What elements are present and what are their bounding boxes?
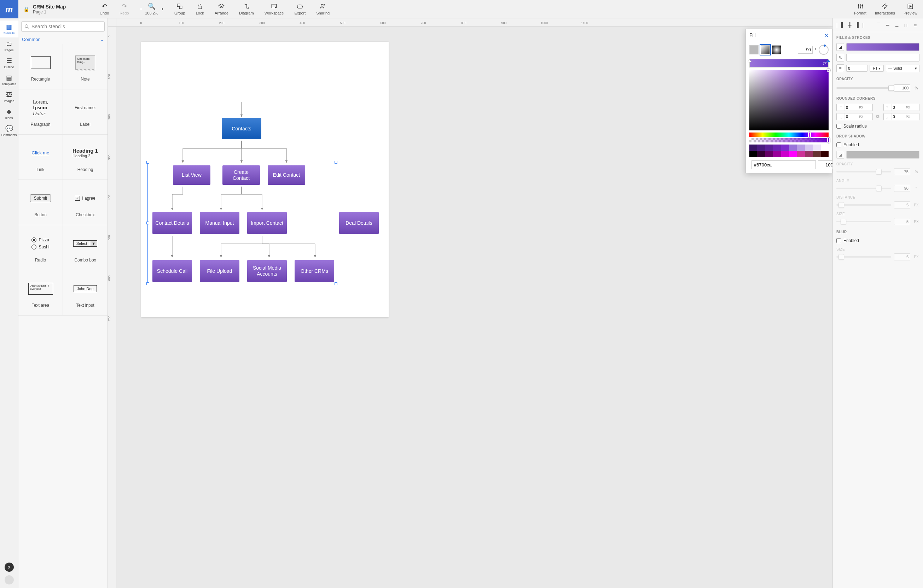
arrange-button[interactable]: Arrange xyxy=(215,3,228,15)
distribute-v-button[interactable]: ≡ xyxy=(911,21,920,29)
align-top-button[interactable]: ⎺ xyxy=(874,21,883,29)
format-button[interactable]: Format xyxy=(854,3,866,15)
palette-swatch[interactable] xyxy=(821,151,829,157)
shadow-size-slider[interactable] xyxy=(836,221,891,222)
corner-tl-input[interactable]: ◜PX xyxy=(836,104,873,111)
stencil-combo[interactable]: Select▼Combo box xyxy=(63,225,107,270)
opacity-value[interactable]: 100 xyxy=(894,84,910,92)
rail-images[interactable]: 🖼Images xyxy=(0,88,18,105)
rail-pages[interactable]: 🗂Pages xyxy=(0,38,18,54)
palette-swatch[interactable] xyxy=(765,144,773,151)
zoom-out-button[interactable]: − xyxy=(140,7,143,11)
hue-slider[interactable] xyxy=(749,133,829,137)
gradient-angle-input[interactable] xyxy=(798,46,813,54)
palette-swatch[interactable] xyxy=(813,151,820,157)
scale-radius-checkbox[interactable] xyxy=(836,124,841,129)
stroke-style-select[interactable]: — Solid▾ xyxy=(886,65,920,72)
alpha-slider[interactable] xyxy=(749,138,829,142)
stencil-heading[interactable]: Heading 1Heading 2Heading xyxy=(63,134,107,180)
canvas-area[interactable]: 010020030040050060070080090010001100 010… xyxy=(108,18,833,588)
close-icon[interactable]: ✕ xyxy=(824,32,829,39)
redo-button[interactable]: ↷Redo xyxy=(120,3,129,15)
stencil-checkbox[interactable]: ✓I agreeCheckbox xyxy=(63,180,107,225)
palette-swatch[interactable] xyxy=(797,144,805,151)
swap-icon[interactable]: ⇄ xyxy=(823,61,827,66)
node-createcontact[interactable]: Create Contact xyxy=(222,165,260,185)
rail-stencils[interactable]: ▦Stencils xyxy=(0,21,18,38)
alpha-input[interactable] xyxy=(818,161,833,169)
palette-swatch[interactable] xyxy=(781,151,789,157)
align-middle-button[interactable]: ━ xyxy=(884,21,892,29)
angle-dial[interactable] xyxy=(819,45,829,55)
palette-swatch[interactable] xyxy=(757,144,765,151)
lock-button[interactable]: Lock xyxy=(196,3,204,15)
stencil-link[interactable]: Click meLink xyxy=(18,134,63,180)
zoom-control[interactable]: − 🔍108.2% + xyxy=(140,3,164,15)
link-corners-icon[interactable]: ⧉ xyxy=(875,114,881,119)
blur-size-slider[interactable] xyxy=(836,256,891,257)
search-input[interactable] xyxy=(21,21,105,32)
gradient-stop-right[interactable] xyxy=(826,58,830,69)
fill-mode-linear[interactable] xyxy=(761,45,770,54)
fill-mode-solid[interactable] xyxy=(749,45,759,54)
node-schedulecall[interactable]: Schedule Call xyxy=(153,260,192,282)
node-socialmedia[interactable]: Social Media Accounts xyxy=(247,260,287,282)
stroke-unit-select[interactable]: PT ▾ xyxy=(870,65,884,72)
sharing-button[interactable]: Sharing xyxy=(316,3,330,15)
stencil-rectangle[interactable]: Rectangle xyxy=(18,44,63,89)
export-button[interactable]: Export xyxy=(294,3,305,15)
corner-bl-input[interactable]: ◟PX xyxy=(836,113,873,120)
page-name[interactable]: Page 1 xyxy=(33,10,66,15)
node-listview[interactable]: List View xyxy=(173,165,210,185)
app-logo[interactable]: m xyxy=(0,0,18,18)
help-button[interactable]: ? xyxy=(5,563,14,572)
node-dealdetails[interactable]: Deal Details xyxy=(339,212,379,234)
stencil-note[interactable]: One more thing..Note xyxy=(63,44,107,89)
fill-color-swatch[interactable] xyxy=(846,43,920,51)
align-center-h-button[interactable]: ╋ xyxy=(846,21,854,29)
align-bottom-button[interactable]: ⎽ xyxy=(893,21,901,29)
user-avatar[interactable] xyxy=(5,575,14,585)
document-title[interactable]: CRM Site Map xyxy=(33,4,66,10)
align-left-button[interactable]: ⎸▌ xyxy=(836,21,845,29)
stencil-section-header[interactable]: Common⌄ xyxy=(18,34,107,44)
node-manualinput[interactable]: Manual Input xyxy=(200,212,240,234)
workspace-button[interactable]: Workspace xyxy=(264,3,284,15)
stencil-paragraph[interactable]: Lorem,IpsumDolorParagraph xyxy=(18,89,63,134)
palette-swatch[interactable] xyxy=(773,144,781,151)
node-othercrms[interactable]: Other CRMs xyxy=(295,260,334,282)
stencil-label[interactable]: First name:Label xyxy=(63,89,107,134)
palette-swatch[interactable] xyxy=(765,151,773,157)
page-canvas[interactable]: Contacts List View Create Contact Edit C… xyxy=(141,42,389,317)
palette-swatch[interactable] xyxy=(757,151,765,157)
stencil-textinput[interactable]: John DoeText input xyxy=(63,270,107,316)
node-editcontact[interactable]: Edit Contact xyxy=(268,165,305,185)
distribute-h-button[interactable]: ⫼ xyxy=(902,21,910,29)
stroke-color-swatch[interactable] xyxy=(846,54,920,62)
shadow-angle-slider[interactable] xyxy=(836,188,891,189)
blur-enabled-checkbox[interactable] xyxy=(836,238,841,243)
color-saturation-area[interactable] xyxy=(749,70,829,130)
palette-swatch[interactable] xyxy=(749,151,757,157)
node-contactdetails[interactable]: Contact Details xyxy=(153,212,192,234)
shadow-distance-slider[interactable] xyxy=(836,204,891,206)
opacity-slider[interactable] xyxy=(836,87,891,89)
rail-icons[interactable]: ♣Icons xyxy=(0,105,18,122)
shadow-opacity-slider[interactable] xyxy=(836,171,891,172)
stencil-button[interactable]: SubmitButton xyxy=(18,180,63,225)
interactions-button[interactable]: Interactions xyxy=(875,3,895,15)
palette-swatch[interactable] xyxy=(805,151,813,157)
stroke-width-input[interactable] xyxy=(846,65,867,72)
rail-comments[interactable]: 💬Comments xyxy=(0,122,18,139)
palette-swatch[interactable] xyxy=(813,144,820,151)
stencil-radio[interactable]: PizzaSushiRadio xyxy=(18,225,63,270)
gradient-stop-left[interactable] xyxy=(748,58,752,69)
zoom-in-button[interactable]: + xyxy=(161,7,164,11)
palette-swatch[interactable] xyxy=(797,151,805,157)
diagram-button[interactable]: Diagram xyxy=(239,3,254,15)
node-importcontact[interactable]: Import Contact xyxy=(247,212,287,234)
preview-button[interactable]: Preview xyxy=(903,3,917,15)
align-right-button[interactable]: ▐⎹ xyxy=(855,21,863,29)
palette-swatch[interactable] xyxy=(789,151,797,157)
color-palette[interactable] xyxy=(749,144,829,157)
